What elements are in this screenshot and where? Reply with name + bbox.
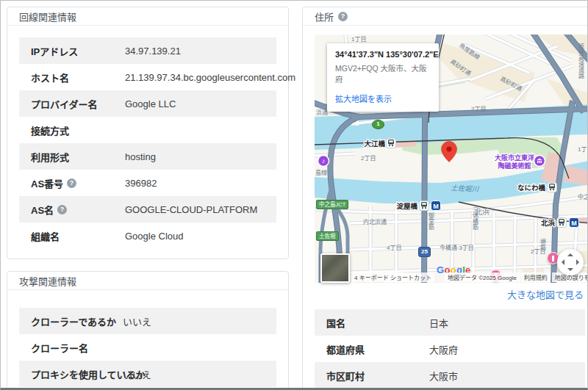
- table-row: 利用形式hosting: [19, 143, 276, 170]
- keyboard-shortcuts-label[interactable]: 4 キーボード ショートカット: [351, 272, 434, 282]
- station-icon-yodoyabashi: [420, 201, 429, 211]
- map-label: 中之島: [578, 193, 588, 201]
- terms-link[interactable]: 利用規約: [521, 272, 551, 282]
- map-attribution: 4 キーボード ショートカット 地図データ ©2025 Google 利用規約 …: [315, 272, 588, 282]
- help-icon[interactable]: ?: [338, 12, 348, 21]
- map-label: 堺筋: [539, 238, 546, 251]
- table-row: IPアドレス34.97.139.21: [19, 37, 276, 64]
- address-table: 国名日本都道府県大阪府市区町村大阪市: [315, 309, 585, 389]
- metro-icon: M: [431, 201, 441, 211]
- external-map-link-row: 大きな地図で見る: [315, 287, 584, 300]
- route-shield-25: 25: [418, 247, 431, 257]
- google-map[interactable]: 1丁目2丁目1丁目浜通2丁目島線鳥居筋線真砂町通真砂町通大工町線内北浜通4丁目今…: [315, 35, 588, 283]
- satellite-toggle-thumbnail[interactable]: [320, 253, 350, 283]
- map-label: 今橋通 3丁目: [440, 244, 474, 251]
- row-value: 大阪府: [429, 342, 458, 356]
- museum-icon: [534, 156, 545, 167]
- map-label: 島線: [315, 169, 327, 176]
- line-info-card: 回線関連情報 IPアドレス34.97.139.21ホスト名21.139.97.3…: [7, 7, 289, 259]
- row-label: AS番号?: [31, 176, 125, 190]
- row-label: 接続方式: [31, 123, 125, 137]
- station-icon-naniwabashi: [548, 183, 557, 192]
- row-value: 大阪市: [429, 369, 458, 383]
- row-label: 市区町村: [326, 369, 429, 383]
- row-value: 21.139.97.34.bc.googleusercontent.com: [125, 72, 295, 83]
- table-row: 国名日本: [315, 309, 585, 336]
- row-value: いいえ: [123, 314, 151, 328]
- card-body: クローラーであるかいいえクローラー名プロキシを使用しているかいいえ: [7, 290, 288, 390]
- row-label: クローラー名: [31, 341, 123, 355]
- row-label: プロバイダー名: [31, 97, 125, 111]
- card-title: 回線関連情報: [19, 10, 76, 24]
- table-row: 市区町村大阪市: [315, 362, 585, 389]
- highway-badge-tosabori: 土佐堀: [316, 231, 339, 241]
- map-label: 大江橋: [364, 140, 385, 148]
- map-label: 内北浜通: [363, 218, 387, 225]
- map-label: 2丁目: [471, 106, 486, 112]
- row-label: AS名?: [31, 203, 125, 217]
- row-label: クローラーであるか: [31, 314, 123, 328]
- row-value: hosting: [125, 151, 156, 162]
- map-label: 北浜: [475, 208, 490, 216]
- row-value: Google Cloud: [125, 231, 184, 242]
- card-header: 住所 ?: [303, 7, 588, 26]
- table-row: ホスト名21.139.97.34.bc.googleusercontent.co…: [19, 64, 276, 90]
- map-label: なにわ橋: [517, 184, 546, 192]
- table-row: プロキシを使用しているかいいえ: [19, 361, 276, 387]
- row-label: IPアドレス: [31, 44, 125, 58]
- enlarge-map-link[interactable]: 拡大地図を表示: [335, 93, 392, 104]
- map-label: 浜通: [316, 109, 328, 116]
- map-label: 阪神高速道路: [578, 43, 584, 79]
- svg-text:♪: ♪: [322, 157, 326, 165]
- map-label: 土佐堀川: [451, 184, 480, 193]
- map-coordinates: 34°41'37.3"N 135°30'07.2"E: [335, 50, 431, 59]
- attack-info-card: 攻撃関連情報 クローラーであるかいいえクローラー名プロキシを使用しているかいいえ: [7, 271, 289, 390]
- table-row: 組織名Google Cloud: [19, 223, 276, 249]
- row-value: GOOGLE-CLOUD-PLATFORM: [125, 204, 257, 215]
- row-label: プロキシを使用しているか: [31, 367, 123, 381]
- row-value: 34.97.139.21: [125, 46, 181, 57]
- row-value: 396982: [125, 178, 157, 189]
- map-label: 大阪市立東洋: [495, 154, 534, 162]
- row-label: 利用形式: [31, 150, 125, 164]
- highway-badge-jct: 中之島JCT: [316, 200, 348, 209]
- map-pan-control[interactable]: [557, 249, 584, 275]
- table-row: 接続方式: [19, 117, 276, 143]
- view-larger-map-link[interactable]: 大きな地図で見る: [507, 289, 584, 300]
- line-info-table: IPアドレス34.97.139.21ホスト名21.139.97.34.bc.go…: [19, 37, 276, 249]
- map-label: 陶磁美術館: [498, 162, 531, 170]
- station-icon-oebashi: [387, 139, 396, 148]
- map-label: 淀屋橋: [396, 202, 417, 210]
- table-row: プロバイダー名Google LLC: [19, 90, 276, 117]
- svg-text:M: M: [571, 220, 577, 227]
- card-body: IPアドレス34.97.139.21ホスト名21.139.97.34.bc.go…: [7, 26, 288, 261]
- music-icon: ♪: [318, 156, 329, 167]
- metro-icon: M: [570, 218, 579, 228]
- address-card: 住所 ?: [302, 7, 588, 390]
- map-label: 2丁目: [361, 155, 376, 162]
- map-label: 1丁目: [351, 36, 366, 43]
- table-row: クローラー名: [19, 334, 276, 361]
- svg-text:M: M: [433, 203, 439, 210]
- help-icon[interactable]: ?: [67, 178, 76, 188]
- card-title: 住所: [315, 10, 334, 24]
- row-value: 日本: [429, 316, 448, 330]
- card-title: 攻撃関連情報: [19, 274, 76, 288]
- row-value: Google LLC: [125, 98, 176, 109]
- route-shield-1: 1: [372, 120, 384, 129]
- map-plus-code: MGV2+FQQ 大阪市、大阪府: [335, 62, 431, 84]
- map-info-card: 34°41'37.3"N 135°30'07.2"E MGV2+FQQ 大阪市、…: [327, 43, 439, 112]
- card-body: 1丁目2丁目1丁目浜通2丁目島線鳥居筋線真砂町通真砂町通大工町線内北浜通4丁目今…: [303, 26, 588, 389]
- map-data-label: 地図データ ©2025 Google: [445, 272, 520, 282]
- ip-info-page: 回線関連情報 IPアドレス34.97.139.21ホスト名21.139.97.3…: [0, 0, 588, 390]
- help-icon[interactable]: ?: [57, 205, 67, 214]
- attack-info-table: クローラーであるかいいえクローラー名プロキシを使用しているかいいえ: [19, 308, 276, 387]
- row-label: 国名: [326, 316, 429, 330]
- card-header: 攻撃関連情報: [7, 272, 288, 290]
- map-label: 御堂筋: [428, 212, 434, 231]
- row-label: 組織名: [31, 229, 125, 243]
- station-icon-kitahama: [557, 218, 567, 228]
- table-row: AS名?GOOGLE-CLOUD-PLATFORM: [19, 196, 276, 223]
- table-row: 都道府県大阪府: [315, 336, 585, 362]
- table-row: クローラーであるかいいえ: [19, 308, 276, 334]
